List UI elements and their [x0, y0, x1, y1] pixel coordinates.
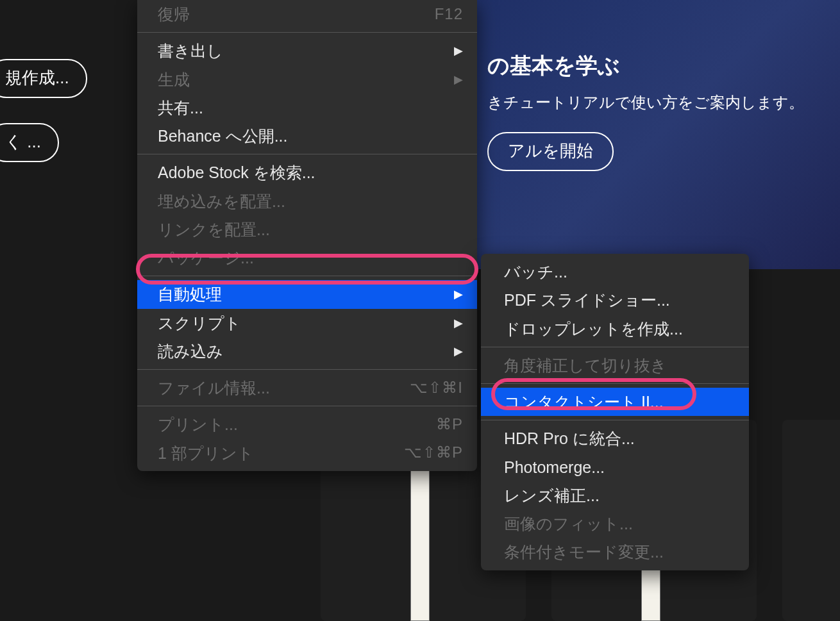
start-tutorial-button[interactable]: アルを開始 — [487, 132, 614, 171]
file-menu-item-label: 生成 — [158, 68, 190, 91]
file-menu-item[interactable]: 読み込み▶ — [137, 337, 477, 365]
file-menu-item: 1 部プリント⌥⇧⌘P — [137, 439, 477, 467]
file-menu-item-label: 共有... — [158, 96, 203, 119]
keyboard-shortcut: F12 — [435, 3, 463, 26]
automate-submenu-item: 条件付きモード変更... — [481, 538, 749, 566]
automate-submenu-item: 角度補正して切り抜き — [481, 351, 749, 379]
file-menu-item[interactable]: 自動処理▶ — [137, 280, 477, 308]
file-menu-separator — [137, 406, 477, 406]
welcome-title: の基本を学ぶ — [487, 51, 814, 81]
file-menu-separator — [137, 32, 477, 33]
new-file-button[interactable]: 規作成... — [0, 59, 87, 98]
automate-submenu-item-label: コンタクトシート II... — [504, 390, 664, 413]
file-menu-item[interactable]: スクリプト▶ — [137, 309, 477, 337]
submenu-arrow-icon: ▶ — [454, 71, 463, 88]
automate-submenu-separator — [481, 420, 749, 420]
submenu-arrow-icon: ▶ — [454, 286, 463, 302]
automate-submenu-item[interactable]: Photomerge... — [481, 453, 749, 481]
automate-submenu-separator — [481, 383, 749, 384]
automate-submenu-item-label: PDF スライドショー... — [504, 288, 670, 311]
file-menu-item: 埋め込みを配置... — [137, 187, 477, 215]
file-menu-item[interactable]: 書き出し▶ — [137, 37, 477, 65]
automate-submenu-item[interactable]: レンズ補正... — [481, 481, 749, 509]
automate-submenu-item-label: レンズ補正... — [504, 484, 600, 507]
file-menu-item-label: Behance へ公開... — [158, 124, 287, 147]
file-menu-item-label: 復帰 — [158, 3, 190, 26]
automate-submenu-item[interactable]: バッチ... — [481, 258, 749, 286]
file-menu-separator — [137, 369, 477, 370]
file-menu-item-label: 書き出し — [158, 39, 223, 62]
file-menu-item-label: Adobe Stock を検索... — [158, 161, 315, 184]
automate-submenu-item: 画像のフィット... — [481, 509, 749, 538]
welcome-subtitle: きチュートリアルで使い方をご案内します。 — [487, 92, 814, 113]
submenu-arrow-icon: ▶ — [454, 343, 463, 360]
open-file-button[interactable]: く ... — [0, 123, 59, 162]
file-menu-item[interactable]: Adobe Stock を検索... — [137, 158, 477, 186]
file-menu-item-label: 読み込み — [158, 340, 223, 363]
automate-submenu-item-label: ドロップレットを作成... — [504, 317, 683, 340]
automate-submenu-item-label: 画像のフィット... — [504, 512, 633, 535]
file-menu-item-label: パッケージ... — [158, 246, 254, 269]
file-menu-item[interactable]: Behance へ公開... — [137, 122, 477, 150]
automate-submenu: バッチ...PDF スライドショー...ドロップレットを作成...角度補正して切… — [481, 254, 749, 570]
keyboard-shortcut: ⌥⇧⌘I — [410, 377, 463, 399]
file-menu: 復帰F12書き出し▶生成▶共有...Behance へ公開...Adobe St… — [137, 0, 477, 471]
file-menu-item: ファイル情報...⌥⇧⌘I — [137, 374, 477, 402]
file-menu-item-label: ファイル情報... — [158, 376, 270, 399]
file-menu-item[interactable]: 共有... — [137, 94, 477, 122]
automate-submenu-item[interactable]: PDF スライドショー... — [481, 286, 749, 314]
automate-submenu-item[interactable]: HDR Pro に統合... — [481, 424, 749, 452]
file-menu-item: プリント...⌘P — [137, 410, 477, 438]
file-menu-item: リンクを配置... — [137, 215, 477, 244]
recent-thumbnail-tile[interactable] — [782, 420, 840, 621]
automate-submenu-item-label: Photomerge... — [504, 456, 605, 479]
file-menu-separator — [137, 154, 477, 154]
file-menu-item-label: プリント... — [158, 413, 238, 436]
automate-submenu-item-label: 条件付きモード変更... — [504, 540, 664, 563]
automate-submenu-item-label: バッチ... — [504, 260, 567, 283]
file-menu-item: 生成▶ — [137, 65, 477, 94]
file-menu-item: 復帰F12 — [137, 0, 477, 28]
file-menu-item: パッケージ... — [137, 244, 477, 272]
automate-submenu-separator — [481, 347, 749, 347]
submenu-arrow-icon: ▶ — [454, 42, 463, 59]
automate-submenu-item[interactable]: コンタクトシート II... — [481, 388, 749, 416]
keyboard-shortcut: ⌘P — [436, 413, 463, 436]
automate-submenu-item-label: HDR Pro に統合... — [504, 427, 635, 450]
automate-submenu-item[interactable]: ドロップレットを作成... — [481, 315, 749, 343]
file-menu-item-label: リンクを配置... — [158, 218, 270, 241]
file-menu-item-label: 1 部プリント — [158, 442, 254, 465]
file-menu-item-label: 自動処理 — [158, 283, 222, 306]
file-menu-item-label: 埋め込みを配置... — [158, 190, 285, 213]
file-menu-item-label: スクリプト — [158, 311, 241, 335]
keyboard-shortcut: ⌥⇧⌘P — [404, 442, 463, 464]
file-menu-separator — [137, 276, 477, 276]
submenu-arrow-icon: ▶ — [454, 315, 463, 331]
automate-submenu-item-label: 角度補正して切り抜き — [504, 354, 667, 377]
